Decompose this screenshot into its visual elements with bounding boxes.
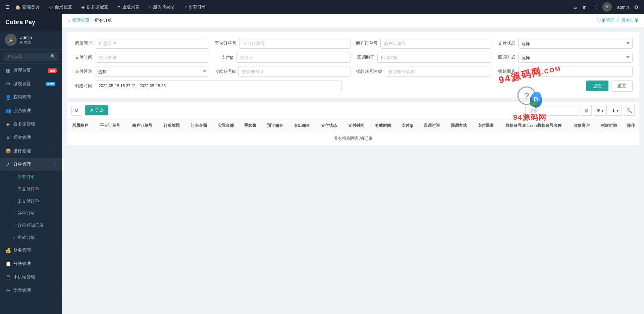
sidebar-item-members[interactable]: 👥 会员管理 › <box>0 104 62 117</box>
filter-label-pay-status: 支付状态 <box>497 40 516 46</box>
table-search-button[interactable]: 🔍 <box>624 105 635 116</box>
table-columns-button[interactable]: ⊞ ▾ <box>594 105 607 116</box>
nav-home[interactable]: 🏠 管理首页 <box>11 0 44 14</box>
sidebar-item-label: 进件管理 <box>13 148 55 154</box>
col-receive-account-id: 收款账号Id <box>499 119 531 132</box>
filter-row-pay-ip: 支付ip <box>215 52 351 63</box>
col-receive-account-name: 收款账号名称 <box>531 119 568 132</box>
reset-button[interactable]: 重置 <box>611 80 633 92</box>
filter-select-callback-method[interactable]: 选择 <box>518 52 633 63</box>
table-body: 没有找到匹配的记录 <box>67 132 639 145</box>
filter-input-receive-account-name[interactable] <box>385 66 492 77</box>
col-callback-time: 回调时间 <box>418 119 445 132</box>
settings-icon[interactable]: ⚙ <box>634 4 639 10</box>
download-arrow: ▾ <box>616 108 619 113</box>
home-icon[interactable]: ⌂ <box>574 4 577 10</box>
table-toolbar: ↺ ↗ 导出 🗑 ⊞ ▾ ⬇ ▾ <box>67 102 639 119</box>
filter-row-callback-method: 回调方式 选择 <box>497 52 633 63</box>
sidebar-item-label: 会员管理 <box>13 108 55 114</box>
sidebar-sub-item-paid-orders[interactable]: ○ 已支付订单 <box>0 183 62 195</box>
columns-arrow: ▾ <box>601 108 604 113</box>
filter-row-platform-order: 平台订单号 <box>215 38 351 49</box>
hot-badge: hot <box>48 68 57 73</box>
nav-channel-list[interactable]: ≡ 通道列表 <box>114 0 144 14</box>
filter-date-row: 创建时间 提交 重置 <box>73 80 633 92</box>
sidebar-item-split[interactable]: 📋 分账管理 › <box>0 257 62 270</box>
channel-icon: ≡ <box>5 135 11 140</box>
split-icon: 📋 <box>5 261 11 266</box>
circle-icon: ○ <box>13 224 15 227</box>
sidebar-item-permissions[interactable]: 👤 权限管理 › <box>0 91 62 104</box>
sidebar-item-dashboard[interactable]: ▦ 管理首页 hot <box>0 64 62 77</box>
sidebar-item-channel-manage[interactable]: ≡ 通道管理 › <box>0 131 62 144</box>
filter-input-platform-order[interactable] <box>239 38 351 49</box>
sidebar-item-articles[interactable]: ✏ 文章管理 › <box>0 284 62 297</box>
expand-icon[interactable]: ⛶ <box>592 4 597 10</box>
nav-global-config[interactable]: ⚙ 全局配置 <box>45 0 76 14</box>
submit-button[interactable]: 提交 <box>586 81 608 91</box>
table-download-button[interactable]: ⬇ ▾ <box>609 105 622 116</box>
col-pay-status: 支付状态 <box>316 119 343 132</box>
table-search-input[interactable] <box>525 105 579 116</box>
sidebar-item-order-manage[interactable]: 📦 进件管理 › <box>0 144 62 158</box>
filter-input-date-range[interactable] <box>95 81 342 91</box>
nav-service-type[interactable]: ○ 服务商类型 <box>145 0 179 14</box>
permissions-icon: 👤 <box>5 95 11 100</box>
filter-label-merchant: 所属商户 <box>73 40 92 46</box>
nav-channel-list-icon: ≡ <box>118 5 120 10</box>
trash-icon[interactable]: 🗑 <box>582 4 587 10</box>
sub-item-label: 未支付订单 <box>17 198 39 204</box>
filter-label-platform-order: 平台订单号 <box>215 40 236 46</box>
menu-icon[interactable]: ☰ <box>5 4 10 10</box>
sidebar-item-label: 系统设置 <box>13 81 44 87</box>
sub-item-label: 订单通知记录 <box>17 222 44 228</box>
col-title: 订单标题 <box>158 119 185 132</box>
nav-all-orders[interactable]: ○ 所有订单 <box>180 0 210 14</box>
table-header-row: 所属商户 平台订单号 商户订单号 订单标题 订单金额 实际金额 手续费 预计佣金… <box>67 119 639 132</box>
filter-row-pay-status: 支付状态 选择 <box>497 38 633 49</box>
sidebar-sub-item-supplement[interactable]: ○ 补单订单 <box>0 207 62 219</box>
sidebar-item-label: 通道管理 <box>13 135 55 141</box>
breadcrumb-home-link[interactable]: 管理首页 <box>72 17 90 23</box>
chevron-icon: › <box>55 136 57 140</box>
export-button[interactable]: ↗ 导出 <box>85 105 108 115</box>
sidebar-item-orders[interactable]: ✓ 订单管理 ∨ <box>0 158 62 171</box>
circle-icon: ○ <box>13 175 15 179</box>
filter-row-merchant-order: 商户订单号 <box>356 38 492 49</box>
filter-select-pay-status[interactable]: 选择 <box>518 38 633 49</box>
search-input[interactable] <box>3 53 48 61</box>
sidebar-sub-item-refund[interactable]: ○ 退款订单 <box>0 231 62 244</box>
filter-select-pay-channel[interactable]: 选择 <box>95 66 209 77</box>
col-pay-time: 支付时间 <box>342 119 370 132</box>
refresh-button[interactable]: ↺ <box>71 105 82 116</box>
search-button[interactable]: 🔍 <box>48 52 59 61</box>
sidebar-item-finance[interactable]: 💰 财务管理 › <box>0 244 62 257</box>
sidebar-sub-item-unpaid-orders[interactable]: ○ 未支付订单 <box>0 195 62 207</box>
sidebar-item-label: 文章管理 <box>13 287 55 294</box>
sidebar-sub-item-all-orders[interactable]: ○ 所有订单 <box>0 171 62 183</box>
table-delete-button[interactable]: 🗑 <box>581 105 592 116</box>
sidebar-item-system[interactable]: ⚙ 系统设置 new › <box>0 77 62 91</box>
filter-input-callback-time[interactable] <box>377 52 492 63</box>
orders-icon: ✓ <box>5 162 11 167</box>
breadcrumb-sep2: / <box>617 17 619 23</box>
sidebar-item-mobile[interactable]: 📱 手机端管理 › <box>0 270 62 284</box>
logo-text: Cobra Pay <box>5 19 35 26</box>
filter-input-receive-account-id[interactable] <box>238 66 351 77</box>
sidebar-item-multi-manage[interactable]: ◈ 拼多多管理 › <box>0 117 62 131</box>
system-icon: ⚙ <box>5 81 11 87</box>
breadcrumb-order-manage-link[interactable]: 订单管理 <box>597 17 614 23</box>
filter-input-receive-merchant[interactable] <box>518 66 633 77</box>
export-icon: ↗ <box>90 108 93 113</box>
filter-input-merchant-order[interactable] <box>380 38 492 49</box>
col-merchant-order: 商户订单号 <box>126 119 158 132</box>
circle-icon: ○ <box>13 188 15 191</box>
sidebar-sub-item-notifications[interactable]: ○ 订单通知记录 <box>0 219 62 231</box>
filter-input-pay-ip[interactable] <box>236 52 351 63</box>
sidebar-user-info: admin 在线 <box>20 35 57 45</box>
filter-input-merchant[interactable] <box>95 38 209 49</box>
breadcrumb-all-orders-link[interactable]: 所有订单 <box>621 17 639 23</box>
filter-input-pay-time[interactable] <box>95 52 209 63</box>
filter-label-receive-account-id: 收款账号Id <box>215 68 236 74</box>
nav-multi-config[interactable]: ◈ 拼多多配置 <box>77 0 112 14</box>
